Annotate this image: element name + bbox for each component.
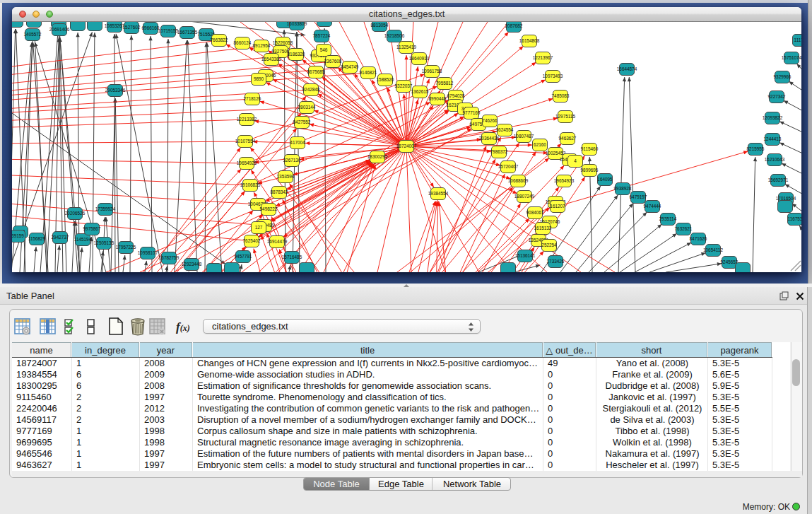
svg-text:164095: 164095 (597, 177, 613, 182)
svg-text:3675685: 3675685 (307, 69, 325, 74)
svg-text:1405572: 1405572 (24, 32, 42, 37)
svg-text:10654112: 10654112 (703, 247, 723, 252)
svg-text:15751074: 15751074 (782, 55, 801, 60)
svg-text:746266: 746266 (482, 118, 498, 123)
svg-text:8878342: 8878342 (271, 189, 288, 194)
svg-text:20691406: 20691406 (49, 27, 70, 32)
svg-text:6966160: 6966160 (142, 25, 160, 30)
svg-text:9474444: 9474444 (644, 204, 661, 209)
svg-text:12213967: 12213967 (533, 55, 553, 60)
svg-text:9227342: 9227342 (768, 94, 786, 99)
svg-text:417004: 417004 (290, 140, 305, 145)
svg-text:16210643: 16210643 (765, 157, 785, 162)
svg-text:16033809: 16033809 (287, 22, 307, 26)
svg-text:2942737: 2942737 (52, 235, 69, 240)
svg-text:10961758: 10961758 (422, 69, 442, 74)
svg-text:3267130: 3267130 (283, 158, 301, 163)
svg-text:7485083: 7485083 (552, 93, 570, 98)
svg-text:39159: 39159 (12, 233, 24, 238)
svg-text:6479197: 6479197 (630, 194, 647, 199)
svg-text:9457791: 9457791 (235, 254, 252, 259)
svg-text:16914479: 16914479 (267, 239, 288, 244)
svg-text:9084067: 9084067 (526, 210, 544, 215)
svg-text:19654923: 19654923 (554, 178, 575, 183)
svg-text:11175: 11175 (794, 37, 801, 42)
svg-text:10719155: 10719155 (158, 28, 179, 33)
svg-text:1156829: 1156829 (28, 236, 46, 241)
svg-text:9115460: 9115460 (581, 146, 599, 151)
svg-text:2718126: 2718126 (244, 96, 261, 101)
svg-text:9463627: 9463627 (559, 136, 577, 141)
svg-text:9146821: 9146821 (360, 70, 377, 75)
svg-text:20364436: 20364436 (479, 136, 500, 141)
svg-text:1362615: 1362615 (411, 89, 429, 94)
svg-text:10973493: 10973493 (543, 74, 563, 78)
svg-text:15136141: 15136141 (515, 253, 536, 258)
svg-text:16543382: 16543382 (261, 57, 282, 62)
svg-text:7625402: 7625402 (243, 238, 261, 243)
svg-text:8215955: 8215955 (747, 146, 765, 151)
svg-text:9329966: 9329966 (774, 74, 792, 79)
svg-text:12213382: 12213382 (237, 117, 257, 122)
svg-text:15692971: 15692971 (768, 177, 789, 182)
svg-text:9777169: 9777169 (463, 110, 481, 115)
svg-text:19218506: 19218506 (384, 33, 405, 38)
svg-text:7663822: 7663822 (211, 37, 228, 42)
svg-text:8938928: 8938928 (614, 186, 632, 191)
svg-text:6794028: 6794028 (447, 93, 465, 98)
svg-text:1145194: 1145194 (74, 237, 92, 242)
svg-text:10107554: 10107554 (235, 139, 256, 144)
svg-text:16782759: 16782759 (159, 255, 180, 260)
svg-text:16671355: 16671355 (177, 30, 198, 35)
svg-text:546: 546 (320, 47, 328, 52)
svg-text:1244413: 1244413 (764, 136, 782, 141)
svg-text:8186328: 8186328 (288, 52, 305, 57)
svg-text:12975115: 12975115 (555, 114, 575, 119)
svg-text:116753: 116753 (788, 216, 801, 221)
svg-text:9242848: 9242848 (302, 87, 320, 92)
svg-text:18807249: 18807249 (514, 194, 535, 199)
svg-text:15720407: 15720407 (498, 164, 519, 169)
svg-text:161207: 161207 (550, 204, 565, 209)
svg-text:2087682: 2087682 (505, 23, 523, 28)
svg-text:15716485: 15716485 (282, 255, 302, 259)
svg-text:19654925: 19654925 (237, 160, 257, 165)
svg-text:9890: 9890 (254, 76, 264, 81)
svg-text:9975867: 9975867 (83, 226, 101, 231)
svg-text:1527602: 1527602 (123, 25, 141, 30)
svg-text:4: 4 (574, 158, 577, 163)
svg-text:10853267: 10853267 (105, 23, 125, 28)
svg-text:15226058: 15226058 (273, 40, 293, 45)
svg-text:1353594: 1353594 (277, 174, 295, 179)
svg-text:7986372: 7986372 (490, 149, 508, 154)
svg-text:12093822: 12093822 (763, 115, 783, 120)
svg-text:5498222: 5498222 (260, 206, 278, 211)
svg-text:19384554: 19384554 (428, 191, 449, 196)
svg-text:62160: 62160 (534, 142, 546, 147)
svg-text:8454749: 8454749 (341, 64, 359, 69)
svg-text:8427552: 8427552 (293, 119, 311, 124)
svg-text:10958107: 10958107 (138, 250, 158, 255)
svg-text:19106825: 19106825 (240, 182, 261, 187)
svg-text:20206526: 20206526 (65, 211, 86, 216)
svg-text:5322037: 5322037 (395, 83, 413, 88)
svg-text:9899695: 9899695 (581, 168, 599, 173)
svg-text:8660124: 8660124 (234, 40, 252, 45)
svg-text:16644874: 16644874 (617, 66, 637, 71)
svg-text:3624554: 3624554 (496, 127, 514, 132)
svg-text:252254: 252254 (541, 243, 557, 247)
svg-text:2367608: 2367608 (324, 59, 342, 64)
svg-text:10688609: 10688609 (508, 178, 529, 183)
svg-text:7857224: 7857224 (313, 33, 331, 38)
svg-text:16154808: 16154808 (519, 38, 540, 43)
svg-text:18640910: 18640910 (409, 56, 430, 61)
svg-text:12923448: 12923448 (182, 262, 202, 267)
svg-text:2935114: 2935114 (659, 216, 677, 221)
svg-text:8813054: 8813054 (371, 23, 389, 28)
svg-text:1588520: 1588520 (377, 77, 394, 82)
svg-text:127: 127 (255, 225, 263, 230)
svg-text:7955812: 7955812 (436, 81, 454, 86)
svg-text:1733426: 1733426 (547, 259, 565, 264)
svg-text:1615132: 1615132 (534, 226, 552, 230)
svg-text:2803144: 2803144 (298, 105, 316, 110)
